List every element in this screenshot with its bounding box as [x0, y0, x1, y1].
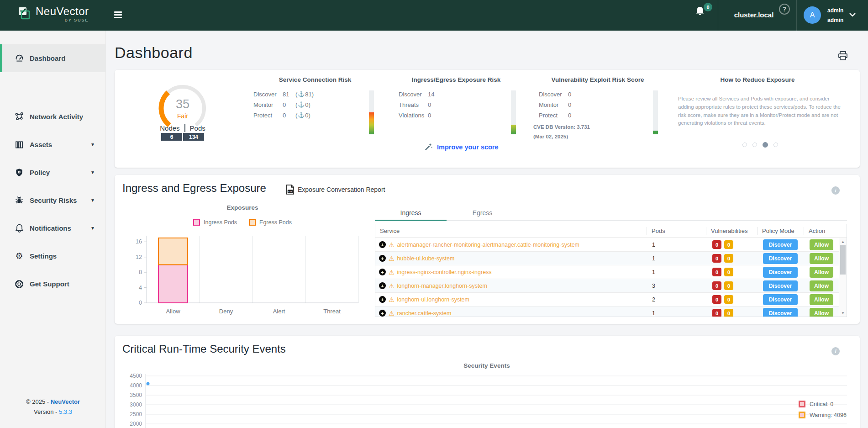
warning-triangle-icon: ⚠: [389, 255, 395, 262]
improve-score-link[interactable]: Improve your score: [424, 143, 499, 151]
vulnerability-badges: 0 0: [706, 295, 757, 304]
service-link[interactable]: longhorn-ui.longhorn-system: [397, 296, 469, 303]
expand-row-icon[interactable]: +: [379, 255, 386, 262]
brand-name: NeuVector: [36, 5, 89, 17]
sidebar-item-policy[interactable]: Policy ▼: [0, 159, 106, 186]
svg-text:2000: 2000: [130, 421, 142, 427]
table-row[interactable]: + ⚠ hubble-ui.kube-system 1 0 0 Discover…: [375, 252, 839, 265]
tab-ingress[interactable]: Ingress: [375, 205, 447, 221]
service-link[interactable]: alertmanager-rancher-monitoring-alertman…: [397, 242, 579, 248]
neuvector-link[interactable]: NeuVector: [51, 398, 80, 405]
legend-item: Warning: 4096: [799, 412, 847, 418]
sidebar-item-network-activity[interactable]: Network Activity: [0, 103, 106, 131]
header-divider: [796, 0, 797, 31]
policy-mode-button[interactable]: Discover: [763, 294, 798, 305]
sidebar-item-security-risks[interactable]: Security Risks ▼: [0, 186, 106, 214]
warning-triangle-icon: ⚠: [389, 269, 395, 275]
service-link[interactable]: longhorn-manager.longhorn-system: [397, 283, 487, 289]
exposure-tabs: Ingress Egress: [375, 205, 847, 221]
vulnerability-risk-meter: [653, 90, 658, 134]
service-link[interactable]: ingress-nginx-controller.nginx-ingress: [397, 269, 492, 275]
sidebar-item-label: Network Activity: [30, 113, 83, 121]
action-button[interactable]: Allow: [810, 239, 833, 250]
expand-row-icon[interactable]: +: [379, 282, 386, 289]
sidebar-item-label: Dashboard: [30, 54, 65, 62]
bell-icon: [14, 223, 24, 233]
pods-anchor-icon: ⚓: [298, 110, 305, 121]
chevron-down-icon: ▼: [90, 170, 95, 175]
table-row[interactable]: + ⚠ ingress-nginx-controller.nginx-ingre…: [375, 265, 839, 279]
carousel-dot[interactable]: [752, 143, 757, 147]
scrollbar-thumb[interactable]: [840, 245, 846, 275]
sidebar-item-assets[interactable]: Assets ▼: [0, 131, 106, 159]
hamburger-menu-icon[interactable]: [114, 10, 124, 19]
chevron-down-icon: ▼: [90, 198, 95, 203]
carousel-dot[interactable]: [742, 143, 747, 147]
table-row[interactable]: + ⚠ longhorn-manager.longhorn-system 3 0…: [375, 279, 839, 293]
svg-text:3500: 3500: [130, 392, 142, 398]
avatar[interactable]: A: [804, 6, 821, 24]
action-button[interactable]: Allow: [810, 280, 833, 291]
service-link[interactable]: rancher.cattle-system: [397, 310, 452, 317]
notifications-bell[interactable]: 0: [695, 5, 713, 24]
vulnerability-badges: 0 0: [706, 254, 757, 263]
events-chart-title: Security Events: [124, 362, 850, 369]
action-button[interactable]: Allow: [810, 294, 833, 305]
exposures-bar-chart: 0481216AllowDenyAlertThreat: [124, 232, 361, 319]
warning-triangle-icon: ⚠: [389, 296, 395, 303]
pods-count: 1: [647, 242, 706, 248]
carousel-dot[interactable]: [773, 143, 778, 147]
info-icon[interactable]: i: [831, 347, 840, 355]
sidebar-item-notifications[interactable]: Notifications ▼: [0, 214, 106, 242]
expand-row-icon[interactable]: +: [379, 241, 386, 248]
expand-row-icon[interactable]: +: [379, 310, 386, 317]
table-row[interactable]: + ⚠ longhorn-ui.longhorn-system 2 0 0 Di…: [375, 293, 839, 306]
service-link[interactable]: hubble-ui.kube-system: [397, 255, 455, 262]
scroll-up-icon[interactable]: ▲: [839, 238, 847, 245]
policy-mode-button[interactable]: Discover: [763, 239, 798, 250]
app-header: NeuVector BY SUSE 0 cluster.local ? A ad…: [0, 0, 868, 31]
svg-text:Alert: Alert: [273, 308, 285, 315]
policy-mode-button[interactable]: Discover: [763, 253, 798, 264]
high-vuln-badge: 0: [712, 281, 721, 290]
service-connection-risk-meter: [369, 90, 374, 134]
policy-mode-button[interactable]: Discover: [763, 308, 798, 317]
expand-row-icon[interactable]: +: [379, 296, 386, 303]
action-button[interactable]: Allow: [810, 308, 833, 317]
security-score-value: 35: [155, 97, 210, 111]
table-row[interactable]: + ⚠ alertmanager-rancher-monitoring-aler…: [375, 238, 839, 252]
policy-mode-button[interactable]: Discover: [763, 280, 798, 291]
vulnerability-badges: 0 0: [706, 281, 757, 290]
tab-egress[interactable]: Egress: [447, 205, 518, 221]
legend-item: Critical: 0: [799, 401, 847, 407]
table-row[interactable]: + ⚠ rancher.cattle-system 1 0 0 Discover…: [375, 306, 839, 317]
sidebar-item-settings[interactable]: ⚙ Settings: [0, 242, 106, 270]
how-to-reduce-title: How to Reduce Exposure: [689, 76, 826, 83]
exposure-risk-meter: [511, 90, 516, 134]
policy-mode-button[interactable]: Discover: [763, 267, 798, 278]
sidebar-item-get-support[interactable]: Get Support: [0, 270, 106, 298]
sidebar-item-label: Policy: [30, 169, 50, 176]
action-button[interactable]: Allow: [810, 253, 833, 264]
chevron-down-icon[interactable]: [849, 13, 856, 17]
exposure-report-link[interactable]: csv Exposure Conversation Report: [286, 185, 385, 195]
print-icon[interactable]: [837, 50, 848, 61]
expand-row-icon[interactable]: +: [379, 269, 386, 275]
info-icon[interactable]: i: [831, 186, 840, 195]
network-icon: [14, 112, 24, 122]
table-scrollbar[interactable]: ▲ ▼: [839, 238, 847, 317]
version-link[interactable]: 5.3.3: [59, 408, 72, 415]
carousel-dot[interactable]: [763, 142, 768, 148]
nodes-count: 6: [161, 133, 182, 141]
scroll-down-icon[interactable]: ▼: [839, 310, 847, 316]
pods-count: 1: [647, 310, 706, 317]
help-icon[interactable]: ?: [779, 4, 790, 15]
csv-file-icon: csv: [286, 185, 295, 195]
user-menu[interactable]: admin admin: [827, 6, 843, 25]
action-button[interactable]: Allow: [810, 267, 833, 278]
svg-text:Threat: Threat: [323, 308, 341, 315]
how-to-reduce-body: Please review all Services and Pods with…: [678, 95, 846, 127]
sidebar-item-dashboard[interactable]: Dashboard: [0, 44, 106, 72]
sidebar-item-label: Get Support: [30, 280, 69, 288]
cluster-name[interactable]: cluster.local: [729, 11, 779, 19]
